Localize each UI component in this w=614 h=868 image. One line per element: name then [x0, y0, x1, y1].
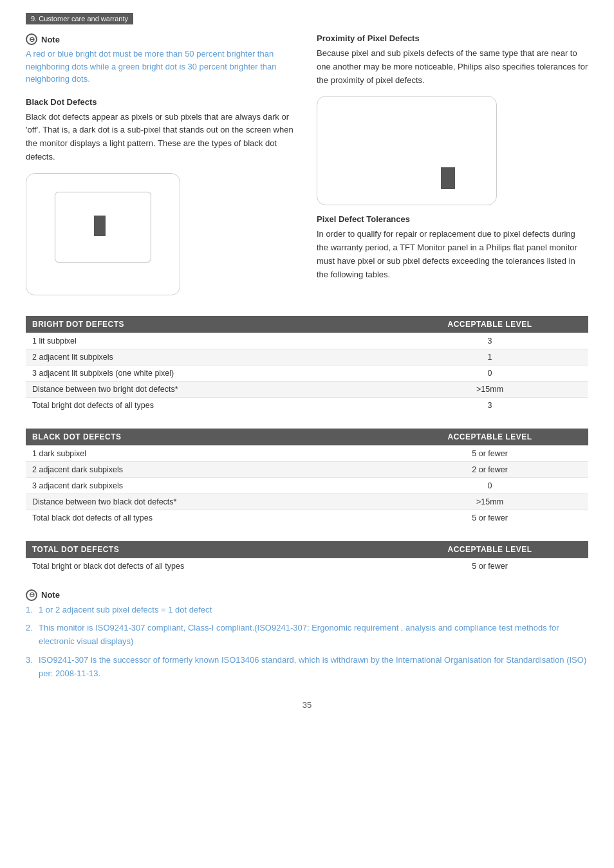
table-row: 1 dark subpixel 5 or fewer [26, 445, 588, 461]
table-row: 3 adjacent dark subpixels 0 [26, 477, 588, 494]
row-label: Distance between two bright dot defects* [26, 381, 391, 397]
diagram-left [26, 173, 180, 295]
row-label: 2 adjacent lit subpixels [26, 349, 391, 365]
row-value: 3 [391, 397, 588, 413]
table-row: 2 adjacent lit subpixels 1 [26, 349, 588, 365]
table-row: Total black dot defects of all types 5 o… [26, 510, 588, 526]
list-item: 3. ISO9241-307 is the successor of forme… [26, 654, 588, 681]
row-label: 1 lit subpixel [26, 333, 391, 349]
row-label: 3 adjacent dark subpixels [26, 477, 391, 494]
table-row: 2 adjacent dark subpixels 2 or fewer [26, 461, 588, 477]
row-value: >15mm [391, 494, 588, 510]
list-item: 1. 1 or 2 adjacent sub pixel defects = 1… [26, 604, 588, 617]
black-dot-header-value: ACCEPTABLE LEVEL [391, 429, 588, 446]
bright-dot-header: BRIGHT DOT DEFECTS ACCEPTABLE LEVEL [26, 316, 588, 333]
black-dot-table: BLACK DOT DEFECTS ACCEPTABLE LEVEL 1 dar… [26, 429, 588, 526]
bottom-note-title: ⊖ Note [26, 589, 588, 601]
table-row: Total bright dot defects of all types 3 [26, 397, 588, 413]
row-value: >15mm [391, 381, 588, 397]
note-top-text: A red or blue bright dot must be more th… [26, 48, 297, 86]
table-row: 1 lit subpixel 3 [26, 333, 588, 349]
row-label: Total bright dot defects of all types [26, 397, 391, 413]
note-top: ⊖ Note A red or blue bright dot must be … [26, 33, 297, 86]
pixel-defect-body: In order to qualify for repair or replac… [317, 228, 588, 281]
bright-dot-header-value: ACCEPTABLE LEVEL [391, 316, 588, 333]
note-icon: ⊖ [26, 33, 37, 45]
pixel-defect-title: Pixel Defect Tolerances [317, 214, 588, 224]
row-label: Total black dot defects of all types [26, 510, 391, 526]
bottom-note-icon: ⊖ [26, 589, 37, 601]
dark-rect-right [441, 167, 455, 189]
proximity-body: Because pixel and sub pixels defects of … [317, 47, 588, 87]
table-row: 3 adjacent lit subpixels (one white pixe… [26, 365, 588, 381]
section-header: 9. Customer care and warranty [26, 13, 133, 24]
row-value: 0 [391, 365, 588, 381]
total-dot-table: TOTAL DOT DEFECTS ACCEPTABLE LEVEL Total… [26, 541, 588, 574]
table-row: Distance between two bright dot defects*… [26, 381, 588, 397]
row-value: 5 or fewer [391, 510, 588, 526]
row-value: 5 or fewer [391, 445, 588, 461]
table-row: Total bright or black dot defects of all… [26, 558, 588, 574]
total-dot-header: TOTAL DOT DEFECTS ACCEPTABLE LEVEL [26, 541, 588, 559]
row-label: Distance between two black dot defects* [26, 494, 391, 510]
black-dot-header-label: BLACK DOT DEFECTS [26, 429, 391, 446]
diagram-right [317, 96, 497, 205]
row-value: 2 or fewer [391, 461, 588, 477]
bright-dot-table: BRIGHT DOT DEFECTS ACCEPTABLE LEVEL 1 li… [26, 316, 588, 413]
black-dot-body: Black dot defects appear as pixels or su… [26, 111, 297, 164]
row-label: Total bright or black dot defects of all… [26, 558, 391, 574]
bright-dot-header-label: BRIGHT DOT DEFECTS [26, 316, 391, 333]
left-column: ⊖ Note A red or blue bright dot must be … [26, 33, 297, 303]
row-value: 5 or fewer [391, 558, 588, 574]
page-number: 35 [26, 700, 588, 710]
black-dot-header: BLACK DOT DEFECTS ACCEPTABLE LEVEL [26, 429, 588, 446]
list-item: 2. This monitor is ISO9241-307 compliant… [26, 622, 588, 649]
right-column: Proximity of Pixel Defects Because pixel… [317, 33, 588, 303]
bottom-notes: ⊖ Note 1. 1 or 2 adjacent sub pixel defe… [26, 589, 588, 681]
bottom-note-list: 1. 1 or 2 adjacent sub pixel defects = 1… [26, 604, 588, 681]
diagram-inner-box [55, 192, 151, 263]
two-column-layout: ⊖ Note A red or blue bright dot must be … [26, 33, 588, 303]
row-label: 2 adjacent dark subpixels [26, 461, 391, 477]
black-dot-title: Black Dot Defects [26, 97, 297, 107]
total-dot-header-value: ACCEPTABLE LEVEL [391, 541, 588, 559]
row-label: 3 adjacent lit subpixels (one white pixe… [26, 365, 391, 381]
row-value: 1 [391, 349, 588, 365]
row-label: 1 dark subpixel [26, 445, 391, 461]
dark-rect-left [94, 216, 106, 236]
proximity-title: Proximity of Pixel Defects [317, 33, 588, 43]
total-dot-header-label: TOTAL DOT DEFECTS [26, 541, 391, 559]
note-top-title: ⊖ Note [26, 33, 297, 45]
table-row: Distance between two black dot defects* … [26, 494, 588, 510]
row-value: 3 [391, 333, 588, 349]
row-value: 0 [391, 477, 588, 494]
